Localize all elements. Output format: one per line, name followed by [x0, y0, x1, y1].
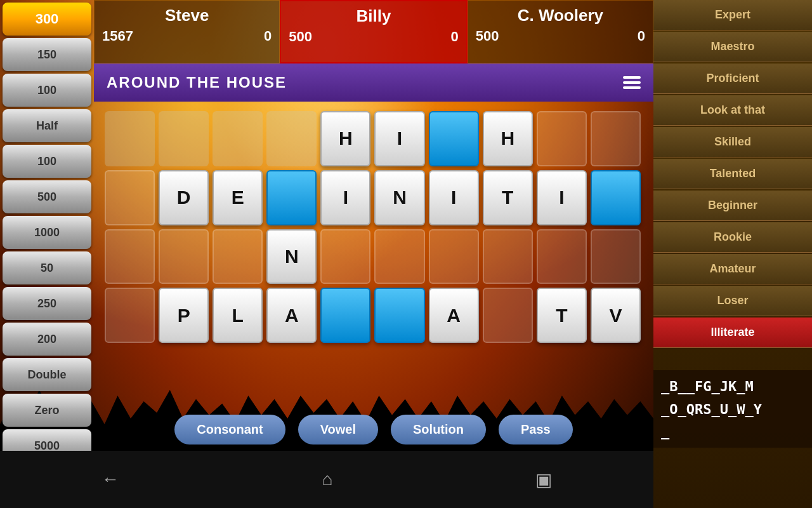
tile[interactable] — [266, 170, 317, 225]
tile[interactable]: L — [213, 288, 263, 343]
pass-button[interactable]: Pass — [499, 415, 573, 444]
tile[interactable]: A — [429, 288, 479, 343]
tile[interactable]: T — [483, 170, 533, 225]
tile[interactable]: T — [537, 288, 587, 343]
tile — [591, 229, 641, 284]
tile[interactable]: N — [374, 170, 424, 225]
tile — [483, 288, 533, 343]
skill-item-expert[interactable]: Expert — [653, 0, 812, 30]
tile — [105, 229, 155, 284]
bottom-buttons: Consonant Vowel Solution Pass — [94, 415, 653, 444]
tile[interactable]: D — [159, 170, 209, 225]
menu-line-2 — [623, 81, 641, 84]
skill-item-proficient[interactable]: Proficient — [653, 64, 812, 94]
tile — [537, 111, 587, 166]
menu-icon[interactable] — [623, 76, 641, 89]
score-chip-150[interactable]: 150 — [3, 38, 91, 71]
player-billy-name: Billy — [281, 1, 466, 29]
missing-letters-panel: _B__FG_JK_M_O_QRS_U_W_Y_ — [653, 370, 812, 448]
nav-bar: ← ⌂ ▣ — [0, 451, 653, 508]
tile[interactable]: H — [483, 111, 533, 166]
tile — [105, 170, 155, 225]
player-woolery-name: C. Woolery — [468, 1, 653, 28]
tile[interactable] — [429, 111, 479, 166]
tile — [105, 111, 155, 166]
score-chip-100b[interactable]: 100 — [3, 145, 91, 178]
skill-item-rookie[interactable]: Rookie — [653, 222, 812, 253]
top-bar: Steve 1567 0 Billy 500 0 C. Woolery 500 … — [94, 0, 653, 64]
player-steve-score2: 0 — [264, 28, 272, 44]
missing-letters-text: _B__FG_JK_M_O_QRS_U_W_Y_ — [661, 375, 804, 443]
back-button[interactable]: ← — [102, 469, 119, 490]
skill-item-beginner[interactable]: Beginner — [653, 190, 812, 221]
tile — [374, 229, 424, 284]
skill-item-maestro[interactable]: Maestro — [653, 32, 812, 62]
tile[interactable]: I — [429, 170, 479, 225]
tile[interactable]: A — [266, 288, 317, 343]
tile — [429, 229, 479, 284]
tile[interactable]: I — [374, 111, 424, 166]
player-woolery: C. Woolery 500 0 — [468, 0, 653, 64]
tile — [213, 111, 263, 166]
score-chip-200[interactable]: 200 — [3, 323, 91, 356]
player-woolery-score1: 500 — [476, 28, 499, 44]
tile[interactable]: V — [591, 288, 641, 343]
player-billy-score2: 0 — [450, 29, 458, 45]
tile[interactable]: N — [266, 229, 317, 284]
category-bar: AROUND THE HOUSE — [94, 64, 653, 102]
score-chip-300[interactable]: 300 — [3, 3, 91, 36]
skill-item-look-at-that[interactable]: Look at that — [653, 95, 812, 126]
tile — [266, 111, 317, 166]
skill-item-amateur[interactable]: Amateur — [653, 254, 812, 284]
tile[interactable]: E — [213, 170, 263, 225]
tile — [591, 111, 641, 166]
tile — [159, 111, 209, 166]
score-chip-double[interactable]: Double — [3, 358, 91, 391]
tile — [483, 229, 533, 284]
consonant-button[interactable]: Consonant — [174, 415, 285, 444]
tile — [159, 229, 209, 284]
player-woolery-score2: 0 — [638, 28, 645, 44]
tile — [320, 229, 370, 284]
score-chip-100a[interactable]: 100 — [3, 74, 91, 107]
game-board: HIHDEINITINPLAATV — [98, 105, 647, 349]
player-steve-name: Steve — [95, 1, 279, 28]
player-steve: Steve 1567 0 — [94, 0, 280, 64]
skill-item-illiterate[interactable]: Illiterate — [653, 318, 812, 348]
score-chip-half[interactable]: Half — [3, 109, 91, 142]
tile[interactable]: P — [159, 288, 209, 343]
score-chip-500[interactable]: 500 — [3, 180, 91, 213]
skill-item-talented[interactable]: Talented — [653, 159, 812, 189]
player-billy: Billy 500 0 — [280, 0, 467, 64]
score-chip-50[interactable]: 50 — [3, 251, 91, 284]
left-sidebar: 300 150 100 Half 100 500 1000 50 250 200… — [0, 0, 94, 508]
tile — [105, 288, 155, 343]
score-chip-1000[interactable]: 1000 — [3, 216, 91, 249]
skill-item-skilled[interactable]: Skilled — [653, 127, 812, 157]
score-chip-zero[interactable]: Zero — [3, 394, 91, 427]
tile[interactable] — [374, 288, 424, 343]
category-title: AROUND THE HOUSE — [107, 74, 287, 91]
tile[interactable]: I — [320, 170, 370, 225]
skill-item-loser[interactable]: Loser — [653, 286, 812, 316]
tile[interactable]: H — [320, 111, 370, 166]
player-steve-score1: 1567 — [102, 28, 133, 44]
player-billy-score1: 500 — [289, 29, 312, 45]
solution-button[interactable]: Solution — [391, 415, 486, 444]
tile[interactable]: I — [537, 170, 587, 225]
vowel-button[interactable]: Vowel — [298, 415, 378, 444]
tile[interactable] — [320, 288, 370, 343]
tile — [213, 229, 263, 284]
menu-line-1 — [623, 76, 641, 79]
score-chip-250[interactable]: 250 — [3, 287, 91, 320]
tile[interactable] — [591, 170, 641, 225]
home-button[interactable]: ⌂ — [322, 469, 333, 490]
tile — [537, 229, 587, 284]
recent-button[interactable]: ▣ — [535, 469, 552, 490]
menu-line-3 — [623, 86, 641, 89]
